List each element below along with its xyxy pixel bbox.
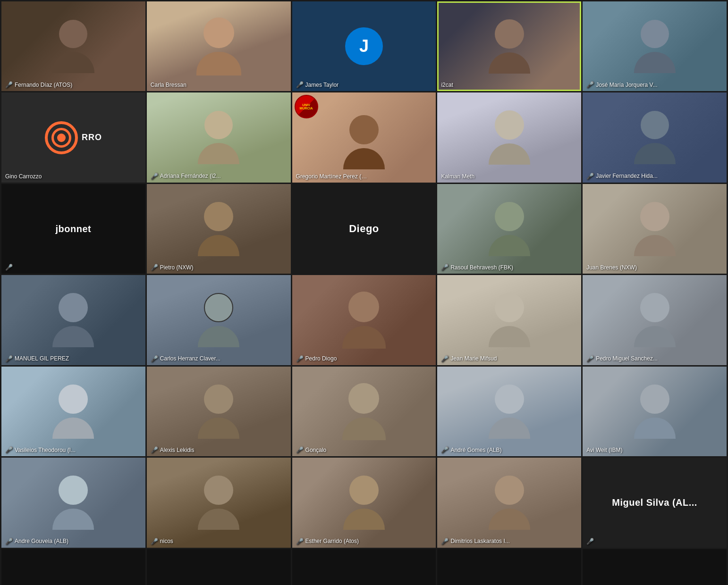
tile-r3c3[interactable]: Diego <box>292 184 436 274</box>
tile-r6c2[interactable]: 🎤 nicos <box>147 458 291 547</box>
mic-muted-icon-r6c3: 🎤 <box>296 538 304 545</box>
cirro-logo: RRO <box>45 121 102 154</box>
mic-muted-icon-r2c2: 🎤 <box>151 173 158 180</box>
tile-label-r6c3: 🎤 Esther Garrido (Atos) <box>296 538 359 545</box>
tile-r1c5[interactable]: 🎤 José María Jorquera V... <box>583 1 727 91</box>
mic-muted-icon-r4c1: 🎤 <box>5 355 13 362</box>
mic-muted-icon-r5c4: 🎤 <box>441 446 449 453</box>
tile-label-r1c1: 🎤 Fernando Díaz (ATOS) <box>5 81 72 88</box>
tile-label-r5c3: 🎤 Gonçalo <box>296 446 327 453</box>
mic-muted-icon-r6c5: 🎤 <box>586 538 594 545</box>
tile-r5c2[interactable]: 🎤 Alexis Lekidis <box>147 367 291 456</box>
mic-muted-icon-r4c4: 🎤 <box>441 355 449 362</box>
tile-label-r5c1: 🎤 Vasileios Theodorou (I... <box>5 446 76 453</box>
tile-r3c4[interactable]: 🎤 Rasoul Behravesh (FBK) <box>437 184 581 274</box>
mic-muted-icon-r4c5: 🎤 <box>586 355 594 362</box>
video-grid: 🎤 Fernando Díaz (ATOS) Carla Bressan J 🎤… <box>0 0 728 585</box>
tile-r6c4[interactable]: 🎤 Dimitrios Laskaratos I... <box>437 458 581 547</box>
tile-label-r1c2: Carla Bressan <box>151 82 186 88</box>
tile-r7c2[interactable]: Miguel Silva 🎤 <box>147 549 291 585</box>
tile-r3c1[interactable]: jbonnet 🎤 <box>1 184 145 274</box>
tile-r2c2[interactable]: 🎤 Adriana Fernández (i2... <box>147 92 291 182</box>
tile-r5c3[interactable]: 🎤 Gonçalo <box>292 367 436 456</box>
mic-muted-icon-r5c1: 🎤 <box>5 446 13 453</box>
mic-muted-icon-r6c1: 🎤 <box>5 538 13 545</box>
tile-label-r4c5: 🎤 Pedro Miguel Sanchez... <box>586 355 658 362</box>
tile-label-r3c4: 🎤 Rasoul Behravesh (FBK) <box>441 264 513 271</box>
tile-label-r2c5: 🎤 Javier Fernandez Hida... <box>586 173 658 180</box>
tile-r6c1[interactable]: 🎤 Andre Gouveia (ALB) <box>1 458 145 547</box>
tile-label-r2c4: Kalman Meth <box>441 173 474 180</box>
tile-r4c3[interactable]: 🎤 Pedro Diogo <box>292 275 436 365</box>
tile-label-r4c1: 🎤 MANUEL GIL PEREZ <box>5 355 69 362</box>
tile-r2c3[interactable]: UNIVMURCIA Gregorio Martínez Perez (… <box>292 92 436 182</box>
tile-r5c5[interactable]: Avi Weit (IBM) <box>583 367 727 456</box>
mic-muted-icon-r3c4: 🎤 <box>441 264 449 271</box>
mic-muted-icon-r3c1: 🎤 <box>5 264 13 271</box>
mic-muted-icon-r5c2: 🎤 <box>151 446 158 453</box>
mic-muted-icon-r4c2: 🎤 <box>151 355 158 362</box>
tile-r7c3[interactable]: Andrew Caruana 🎤 <box>292 549 436 585</box>
mic-muted-icon-r1c3: 🎤 <box>296 81 304 88</box>
tile-label-r4c2: 🎤 Carlos Herranz Claver... <box>151 355 220 362</box>
tile-r7c4[interactable]: Marinela Mertir... 🎤 <box>437 549 581 585</box>
tile-label-r6c1: 🎤 Andre Gouveia (ALB) <box>5 538 68 545</box>
tile-r2c1[interactable]: RRO Gino Carrozzo <box>1 92 145 182</box>
tile-r4c4[interactable]: 🎤 Jean Marie Mifsud <box>437 275 581 365</box>
tile-label-r5c2: 🎤 Alexis Lekidis <box>151 446 195 453</box>
tile-r6c5[interactable]: Miguel Silva (AL... 🎤 <box>583 458 727 547</box>
tile-label-r1c4: i2cat <box>441 82 453 88</box>
tile-r4c5[interactable]: 🎤 Pedro Miguel Sanchez... <box>583 275 727 365</box>
tile-label-r3c1: 🎤 <box>5 264 13 271</box>
mic-muted-icon-r3c2: 🎤 <box>151 264 158 271</box>
tile-r6c3[interactable]: 🎤 Esther Garrido (Atos) <box>292 458 436 547</box>
tile-label-r2c2: 🎤 Adriana Fernández (i2... <box>151 173 221 180</box>
tile-r1c2[interactable]: Carla Bressan <box>147 1 291 91</box>
tile-r4c2[interactable]: 🎤 Carlos Herranz Claver... <box>147 275 291 365</box>
tile-r5c4[interactable]: 🎤 André Gomes (ALB) <box>437 367 581 456</box>
mic-muted-icon-r1c5: 🎤 <box>586 81 594 88</box>
avatar-james-taylor: J <box>345 27 383 65</box>
tile-r1c3[interactable]: J 🎤 James Taylor <box>292 1 436 91</box>
tile-r7c5[interactable]: Bruno Santos 🎤 <box>583 549 727 585</box>
tile-label-r1c5: 🎤 José María Jorquera V... <box>586 81 657 88</box>
tile-label-r4c3: 🎤 Pedro Diogo <box>296 355 337 362</box>
tile-label-r5c5: Avi Weit (IBM) <box>586 447 622 453</box>
tile-label-r6c4: 🎤 Dimitrios Laskaratos I... <box>441 538 509 545</box>
tile-label-r2c1: Gino Carrozzo <box>5 173 42 180</box>
tile-label-r3c5: Juan Brenes (NXW) <box>586 264 637 271</box>
tile-label-r2c3: Gregorio Martínez Perez (… <box>296 173 367 180</box>
tile-r3c2[interactable]: 🎤 Pietro (NXW) <box>147 184 291 274</box>
mic-muted-icon-r2c5: 🎤 <box>586 173 594 180</box>
tile-label-r6c5: 🎤 <box>586 538 594 545</box>
tile-r7c1[interactable]: Francisco Sério 🎤 <box>1 549 145 585</box>
tile-label-r1c3: 🎤 James Taylor <box>296 81 339 88</box>
tile-label-r5c4: 🎤 André Gomes (ALB) <box>441 446 501 453</box>
tile-label-r6c2: 🎤 nicos <box>151 538 173 545</box>
tile-label-r4c4: 🎤 Jean Marie Mifsud <box>441 355 497 362</box>
tile-r5c1[interactable]: 🎤 Vasileios Theodorou (I... <box>1 367 145 456</box>
tile-r2c4[interactable]: Kalman Meth <box>437 92 581 182</box>
mic-muted-icon-r6c4: 🎤 <box>441 538 449 545</box>
tile-r2c5[interactable]: 🎤 Javier Fernandez Hida... <box>583 92 727 182</box>
mic-muted-icon-r4c3: 🎤 <box>296 355 304 362</box>
tile-r1c1[interactable]: 🎤 Fernando Díaz (ATOS) <box>1 1 145 91</box>
tile-r3c5[interactable]: Juan Brenes (NXW) <box>583 184 727 274</box>
mic-muted-icon-r6c2: 🎤 <box>151 538 158 545</box>
tile-label-r3c2: 🎤 Pietro (NXW) <box>151 264 194 271</box>
tile-r4c1[interactable]: 🎤 MANUEL GIL PEREZ <box>1 275 145 365</box>
mic-muted-icon-r1c1: 🎤 <box>5 81 13 88</box>
tile-r1c4[interactable]: i2cat <box>437 1 581 91</box>
mic-muted-icon-r5c3: 🎤 <box>296 446 304 453</box>
